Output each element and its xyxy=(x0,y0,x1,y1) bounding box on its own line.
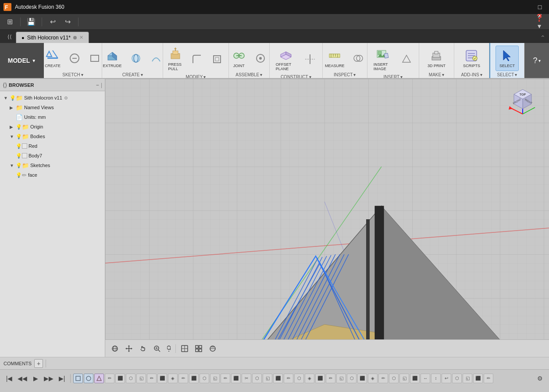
timeline-item-1[interactable] xyxy=(73,374,83,383)
grid-menu-button[interactable]: ⊞ xyxy=(4,16,16,28)
timeline-item-4[interactable]: ✏ xyxy=(105,374,114,383)
timeline-item-13[interactable]: ⬡ xyxy=(200,374,209,383)
timeline-item-20[interactable]: ⬛ xyxy=(273,374,283,383)
timeline-item-3[interactable] xyxy=(94,374,104,383)
timeline-item-2[interactable] xyxy=(84,374,93,383)
viewport-zoom-dropdown-button[interactable] xyxy=(165,343,173,354)
insert-group-label[interactable]: INSERT ▾ xyxy=(384,75,403,79)
tab-close-button[interactable]: ✕ xyxy=(79,35,83,40)
maximize-button[interactable]: □ xyxy=(534,3,545,11)
tree-item-named-views[interactable]: ▶ 📁 Named Views xyxy=(0,103,105,112)
interference-button[interactable] xyxy=(349,51,368,66)
addins-group-label[interactable]: ADD-INS ▾ xyxy=(461,72,482,77)
tree-item-face[interactable]: 💡 ✏ face xyxy=(0,170,105,180)
timeline-item-15[interactable]: ✏ xyxy=(221,374,230,383)
timeline-item-39[interactable]: ⬛ xyxy=(473,374,483,383)
timeline-item-28[interactable]: ⬛ xyxy=(357,374,367,383)
viewport-env-button[interactable] xyxy=(207,343,219,354)
help-dropdown-button[interactable]: ❓ ▾ xyxy=(533,16,545,28)
timeline-item-29[interactable]: ◈ xyxy=(368,374,378,383)
timeline-item-14[interactable]: ◱ xyxy=(210,374,220,383)
timeline-item-37[interactable]: ⬡ xyxy=(452,374,462,383)
viewport-home-button[interactable] xyxy=(109,343,121,354)
tree-settings-root[interactable]: ⚙ xyxy=(64,96,68,100)
timeline-item-11[interactable]: ✏ xyxy=(178,374,188,383)
timeline-next-button[interactable]: ▶▶ xyxy=(43,373,54,384)
timeline-item-19[interactable]: ◱ xyxy=(263,374,272,383)
modify-group-label[interactable]: MODIFY ▾ xyxy=(185,75,206,79)
select-group-label[interactable]: SELECT ▾ xyxy=(497,72,517,77)
revolve-button[interactable] xyxy=(126,51,146,66)
tree-arrow-sketches[interactable]: ▼ xyxy=(10,163,16,168)
finish-sketch-button[interactable] xyxy=(65,51,84,66)
inspect-group-label[interactable]: INSPECT ▾ xyxy=(334,72,356,77)
tree-item-red[interactable]: 💡 Red xyxy=(0,141,105,151)
timeline-item-40[interactable]: ✏ xyxy=(484,374,493,383)
tree-item-sketches[interactable]: ▼ 💡 📁 Sketches xyxy=(0,160,105,170)
timeline-item-35[interactable]: ↕ xyxy=(431,374,441,383)
timeline-item-36[interactable]: ↩ xyxy=(442,374,451,383)
timeline-item-9[interactable]: ⬛ xyxy=(157,374,167,383)
timeline-item-23[interactable]: ◈ xyxy=(305,374,314,383)
timeline-item-33[interactable]: ⬛ xyxy=(410,374,420,383)
save-button[interactable]: 💾 xyxy=(25,16,37,28)
joint-button[interactable]: JOINT xyxy=(228,46,250,71)
insert-img-button[interactable]: INSERT IMAGE xyxy=(370,45,396,74)
tree-item-root[interactable]: ▼ 💡 📁 Sith Holocron v11 ⚙ xyxy=(0,93,105,103)
joint2-button[interactable] xyxy=(251,51,270,66)
add-comment-button[interactable]: + xyxy=(34,359,43,368)
timeline-item-27[interactable]: ⬡ xyxy=(347,374,356,383)
measure-button[interactable]: MEASURE xyxy=(321,46,348,71)
timeline-item-25[interactable]: ✏ xyxy=(326,374,335,383)
tree-item-body7[interactable]: 💡 Body7 xyxy=(0,151,105,160)
timeline-item-32[interactable]: ◱ xyxy=(399,374,409,383)
timeline-item-38[interactable]: ◱ xyxy=(463,374,472,383)
timeline-item-6[interactable]: ⬡ xyxy=(126,374,135,383)
timeline-item-17[interactable]: ✂ xyxy=(242,374,251,383)
extrude-button[interactable]: EXTRUDE xyxy=(100,46,125,71)
timeline-item-8[interactable]: ✏ xyxy=(147,374,157,383)
undo-button[interactable]: ↩ xyxy=(46,16,59,28)
viewport-orbit-button[interactable] xyxy=(137,343,149,354)
timeline-item-10[interactable]: ◈ xyxy=(168,374,178,383)
timeline-settings-button[interactable]: ⚙ xyxy=(534,373,545,384)
decal-button[interactable] xyxy=(397,52,416,67)
timeline-item-5[interactable]: ⬛ xyxy=(115,374,125,383)
shell-button[interactable] xyxy=(207,52,227,67)
nav-cube[interactable]: TOP RIGHT FRONT xyxy=(505,83,540,118)
model-mode-button[interactable]: MODEL ▼ xyxy=(0,43,44,78)
create-sketch-button[interactable]: CREATE xyxy=(41,46,64,71)
timeline-first-button[interactable]: |◀ xyxy=(4,373,15,384)
viewport[interactable]: TOP RIGHT FRONT xyxy=(105,79,549,357)
tree-item-bodies[interactable]: ▼ 💡 📁 Bodies xyxy=(0,132,105,141)
tab-back-button[interactable]: ⟨⟨ xyxy=(4,31,16,43)
timeline-prev-button[interactable]: ◀◀ xyxy=(17,373,28,384)
viewport-display-mode-button[interactable] xyxy=(178,343,191,354)
timeline-item-21[interactable]: ✏ xyxy=(284,374,293,383)
timeline-item-24[interactable]: ⬛ xyxy=(315,374,325,383)
redo-button[interactable]: ↪ xyxy=(61,16,74,28)
browser-nav-arrows[interactable]: ⟨⟩ xyxy=(3,82,7,89)
select-button[interactable]: SELECT xyxy=(496,46,519,71)
timeline-item-18[interactable]: ⬡ xyxy=(252,374,262,383)
tree-arrow-named-views[interactable]: ▶ xyxy=(10,105,16,110)
viewport-zoom-button[interactable] xyxy=(151,343,163,354)
tree-arrow-origin[interactable]: ▶ xyxy=(10,125,16,129)
timeline-last-button[interactable]: ▶| xyxy=(56,373,68,384)
browser-minimize-button[interactable]: − xyxy=(96,82,99,88)
timeline-item-22[interactable]: ⬡ xyxy=(294,374,304,383)
timeline-item-30[interactable]: ✏ xyxy=(378,374,388,383)
tree-item-origin[interactable]: ▶ 💡 📁 Origin xyxy=(0,122,105,132)
assemble-group-label[interactable]: ASSEMBLE ▾ xyxy=(235,72,262,77)
viewport-grid-button[interactable] xyxy=(193,343,205,354)
tab-collapse-button[interactable]: ⌃ xyxy=(537,32,549,43)
timeline-item-34[interactable]: ↔ xyxy=(421,374,430,383)
press-pull-button[interactable]: PRESS PULL xyxy=(164,45,186,74)
create-group-label[interactable]: CREATE ▾ xyxy=(122,72,143,77)
timeline-item-31[interactable]: ⬡ xyxy=(389,374,399,383)
timeline-item-26[interactable]: ◱ xyxy=(336,374,346,383)
viewport-pan-button[interactable] xyxy=(123,343,135,354)
timeline-play-button[interactable]: ▶ xyxy=(30,373,41,384)
sketch-group-label[interactable]: SKETCH ▾ xyxy=(62,72,83,77)
scripts-button[interactable]: SCRIPTS xyxy=(460,46,484,71)
